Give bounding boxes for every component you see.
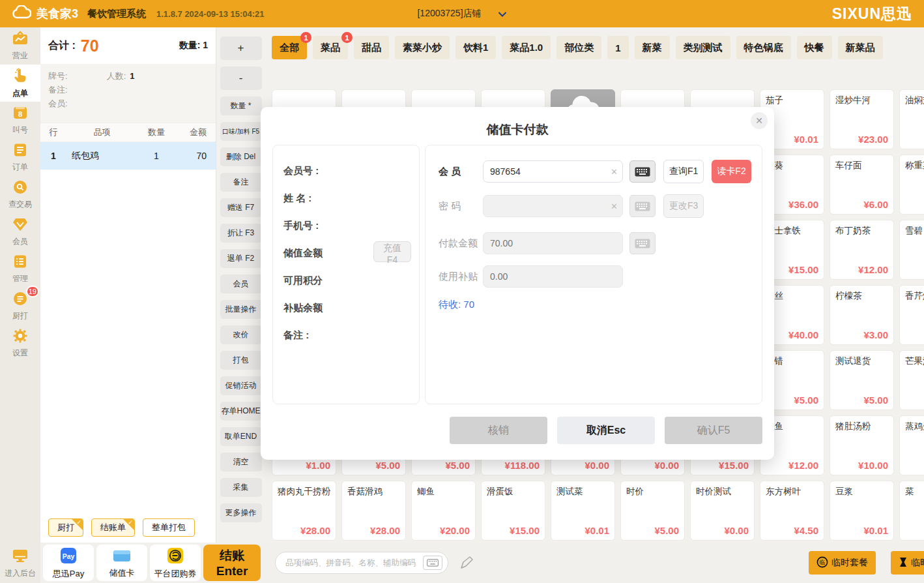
tab-全部[interactable]: 全部1 [272, 36, 307, 59]
action-button-赠送 F7[interactable]: 赠送 F7 [220, 198, 262, 217]
action-button-取单END[interactable]: 取单END [220, 427, 262, 446]
order-option-厨打[interactable]: 厨打✓ [48, 518, 83, 537]
sidebar-item-叫号[interactable]: 8叫号 [0, 102, 40, 139]
clear-icon[interactable]: ✕ [611, 167, 618, 177]
tab-快餐[interactable]: 快餐 [797, 36, 832, 59]
order-option-结账单[interactable]: 结账单✓ [91, 518, 135, 537]
action-button-+[interactable]: + [220, 37, 262, 60]
badge: 19 [26, 286, 39, 297]
action-button-口味/加料 F5[interactable]: 口味/加料 F5 [220, 122, 262, 141]
action-button-数量 *[interactable]: 数量 * [220, 97, 262, 115]
menu-item-card[interactable]: 柠檬茶¥3.00 [830, 285, 894, 345]
sidebar-item-查交易[interactable]: 查交易 [0, 176, 40, 213]
member-info-field: 会员号 : [283, 161, 409, 181]
menu-item-card[interactable]: 蒸鸡蛋 [899, 415, 924, 475]
close-icon[interactable]: ✕ [751, 112, 768, 129]
menu-item-card[interactable]: 称重菜 [899, 155, 924, 215]
tab-特色锅底[interactable]: 特色锅底 [736, 36, 791, 59]
field-label: 补贴余额 [283, 302, 323, 314]
sidebar-item-订单[interactable]: 订单 [0, 139, 40, 176]
menu-item-card[interactable]: 菜 [899, 481, 924, 541]
tab-甜品[interactable]: 甜品 [354, 36, 389, 59]
action-button-备注[interactable]: 备注 [220, 173, 262, 192]
tab-1[interactable]: 1 [607, 36, 628, 59]
menu-item-card[interactable]: 芒果沙 [899, 350, 924, 410]
action-button-促销活动[interactable]: 促销活动 [220, 376, 262, 395]
action-button-折让 F3[interactable]: 折让 F3 [220, 224, 262, 243]
tab-饮料1[interactable]: 饮料1 [455, 36, 496, 59]
menu-item-card[interactable]: 车仔面¥6.00 [830, 155, 894, 215]
payment-method-思迅Pay[interactable]: Pay思迅Pay [43, 545, 94, 581]
menu-item-card[interactable]: 时价测试¥0.00 [690, 481, 755, 541]
query-button[interactable]: 查询F1 [663, 160, 704, 183]
read-card-button[interactable]: 读卡F2 [712, 160, 751, 183]
chart-icon [12, 31, 29, 49]
field-label: 可用积分 [283, 275, 323, 287]
sidebar-item-厨打[interactable]: 厨打19 [0, 288, 40, 325]
sidebar-item-会员[interactable]: 会员 [0, 213, 40, 250]
checkout-button[interactable]: 结账Enter [203, 545, 261, 581]
menu-item-name: 菜 [905, 486, 924, 497]
cell: 70 [175, 151, 216, 161]
payment-method-平台团购券[interactable]: 平台团购券 [150, 545, 201, 581]
sidebar-item-营业[interactable]: 营业 [0, 27, 40, 65]
action-button-更多操作[interactable]: 更多操作 [220, 503, 262, 522]
temp-combo-button[interactable]: 临 临时套餐 [809, 551, 876, 575]
handwriting-icon[interactable] [455, 554, 478, 571]
menu-item-card[interactable]: 测试菜¥0.01 [551, 481, 615, 541]
item-search-input[interactable] [284, 558, 419, 568]
menu-item-card[interactable]: 测试退货¥5.00 [830, 350, 894, 410]
action-button-打包[interactable]: 打包 [220, 351, 262, 370]
action-button-批量操作[interactable]: 批量操作 [220, 300, 262, 319]
action-button-会员[interactable]: 会员 [220, 275, 262, 293]
member-input[interactable] [483, 160, 623, 183]
keyboard-icon[interactable] [423, 556, 442, 570]
order-option-整单打包[interactable]: 整单打包 [143, 518, 195, 537]
tab-label: 饮料1 [463, 42, 488, 54]
action-button-存单HOME[interactable]: 存单HOME [220, 402, 262, 421]
tab-菜品[interactable]: 菜品1 [313, 36, 348, 59]
payment-method-储值卡[interactable]: 储值卡 [96, 545, 147, 581]
confirm-button[interactable]: 确认F5 [665, 417, 762, 444]
menu-item-card[interactable]: 油焖茄 [899, 89, 924, 149]
menu-item-card[interactable]: 滑蛋饭¥15.00 [481, 481, 545, 541]
tab-菜品1.0[interactable]: 菜品1.0 [502, 36, 551, 59]
menu-item-card[interactable]: 鲫鱼¥20.00 [411, 481, 476, 541]
backstage-button[interactable]: 进入后台 [0, 548, 40, 579]
action-button-改价[interactable]: 改价 [220, 325, 262, 344]
menu-item-card[interactable]: 豆浆¥0.01 [830, 481, 894, 541]
menu-item-card[interactable]: 雪碧 [899, 220, 924, 280]
action-button-采集[interactable]: 采集 [220, 478, 262, 497]
tab-素菜小炒[interactable]: 素菜小炒 [395, 36, 450, 59]
sidebar-item-管理[interactable]: 管理 [0, 250, 40, 288]
menu-item-name: 豆浆 [835, 486, 888, 497]
action-button-删除 Del[interactable]: 删除 Del [220, 147, 262, 166]
menu-item-card[interactable]: 布丁奶茶¥12.00 [830, 220, 894, 280]
menu-item-card[interactable]: 湿炒牛河¥23.00 [830, 89, 894, 149]
stored-card-payment-dialog: 储值卡付款 ✕ 会员号 :姓 名 :手机号 :储值金额充值F4可用积分补贴余额备… [261, 107, 774, 460]
sidebar-item-设置[interactable]: 设置 [0, 325, 40, 362]
action-button-清空[interactable]: 清空 [220, 453, 262, 471]
menu-item-card[interactable]: 猪肚汤粉¥10.00 [830, 415, 894, 475]
menu-item-card[interactable]: 猪肉丸干捞粉¥28.00 [272, 481, 336, 541]
sidebar-item-点单[interactable]: 点单 [0, 65, 40, 102]
menu-item-card[interactable]: 时价¥5.00 [620, 481, 685, 541]
keyboard-icon[interactable] [629, 160, 656, 183]
menu-item-card[interactable]: 香菇滑鸡¥28.00 [341, 481, 406, 541]
subsidy-input-wrap [483, 265, 623, 288]
temp-item-button[interactable]: 临时品 [891, 551, 924, 575]
store-selector[interactable]: [12003725]店铺 [417, 8, 506, 20]
tab-类别测试[interactable]: 类别测试 [676, 36, 730, 59]
tab-新菜品[interactable]: 新菜品 [838, 36, 883, 59]
menu-item-price: ¥20.00 [440, 525, 470, 536]
tab-部位类[interactable]: 部位类 [556, 36, 601, 59]
amount-field-label: 付款金额 [439, 237, 483, 250]
action-button--[interactable]: - [220, 67, 262, 90]
cancel-button[interactable]: 取消Esc [557, 417, 655, 444]
action-button-退单 F2[interactable]: 退单 F2 [220, 249, 262, 268]
order-line-row[interactable]: 1纸包鸡170 [40, 142, 216, 170]
menu-item-card[interactable]: 香芹烧 [899, 285, 924, 345]
menu-item-card[interactable]: 东方树叶¥4.50 [760, 481, 824, 541]
tab-新菜[interactable]: 新菜 [635, 36, 670, 59]
tab-label: 新菜品 [846, 42, 875, 54]
